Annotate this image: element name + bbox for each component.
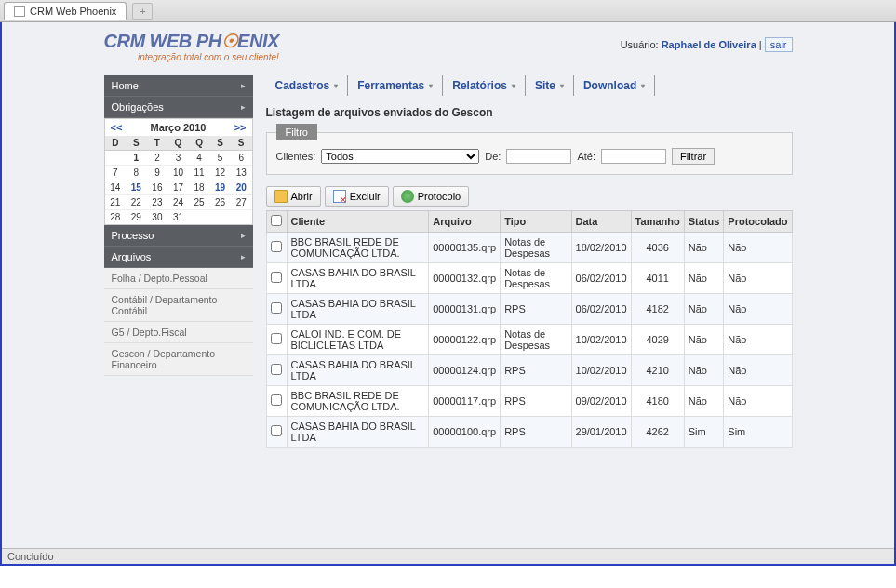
cal-day[interactable]: 16 <box>147 180 168 195</box>
cal-day[interactable]: 10 <box>167 166 189 180</box>
cal-day[interactable]: 19 <box>209 180 231 195</box>
cal-next[interactable]: >> <box>234 122 247 133</box>
cal-day[interactable]: 5 <box>209 151 231 166</box>
new-tab-button[interactable]: + <box>132 3 153 20</box>
ate-input[interactable] <box>601 149 666 164</box>
files-table: ClienteArquivoTipoDataTamanhoStatusProto… <box>266 210 793 448</box>
table-row[interactable]: CASAS BAHIA DO BRASIL LTDA00000132.qrpNo… <box>266 263 792 294</box>
table-row[interactable]: CASAS BAHIA DO BRASIL LTDA00000124.qrpRP… <box>266 355 792 386</box>
browser-tab[interactable]: CRM Web Phoenix <box>4 2 127 20</box>
de-input[interactable] <box>506 149 571 164</box>
cal-day[interactable]: 29 <box>126 210 147 225</box>
cal-day[interactable]: 1 <box>126 151 147 166</box>
status-bar: Concluído <box>2 548 894 564</box>
cal-title: Março 2010 <box>151 122 207 133</box>
cal-day[interactable]: 2 <box>147 151 168 166</box>
page-viewport: CRM WEB PH☉ENIX integração total com o s… <box>0 22 896 566</box>
user-area: Usuário: Raphael de Oliveira | sair <box>621 37 793 52</box>
delete-button[interactable]: Excluir <box>325 186 389 207</box>
clientes-select[interactable]: Todos <box>321 149 479 164</box>
cal-prev[interactable]: << <box>111 122 123 133</box>
row-checkbox[interactable] <box>271 425 282 436</box>
logout-button[interactable]: sair <box>765 37 793 52</box>
logo: CRM WEB PH☉ENIX integração total com o s… <box>104 30 279 62</box>
chevron-down-icon: ▾ <box>429 82 433 90</box>
clientes-label: Clientes: <box>276 151 316 162</box>
table-row[interactable]: CASAS BAHIA DO BRASIL LTDA00000100.qrpRP… <box>266 417 792 448</box>
sidebar: Home▸Obrigações▸ << Março 2010 >> DSTQQS… <box>104 75 253 448</box>
table-row[interactable]: BBC BRASIL REDE DE COMUNICAÇÃO LTDA.0000… <box>266 233 792 263</box>
col-header: Data <box>571 211 631 233</box>
sidebar-item-home[interactable]: Home▸ <box>104 75 253 97</box>
filter-panel: Filtro Clientes: Todos De: Até: Filtrar <box>266 132 793 175</box>
row-checkbox[interactable] <box>271 302 282 314</box>
cal-day[interactable]: 9 <box>147 166 168 180</box>
table-row[interactable]: CASAS BAHIA DO BRASIL LTDA00000131.qrpRP… <box>266 294 792 325</box>
table-row[interactable]: CALOI IND. E COM. DE BICLICLETAS LTDA000… <box>266 325 792 355</box>
table-row[interactable]: BBC BRASIL REDE DE COMUNICAÇÃO LTDA.0000… <box>266 386 792 417</box>
menu-ferramentas[interactable]: Ferramentas ▾ <box>348 75 443 96</box>
calendar: << Março 2010 >> DSTQQSS1234567891011121… <box>104 118 253 225</box>
action-bar: Abrir Excluir Protocolo <box>266 186 793 207</box>
cal-day[interactable]: 23 <box>147 195 168 210</box>
menu-download[interactable]: Download ▾ <box>574 75 655 96</box>
cal-day[interactable]: 24 <box>167 195 189 210</box>
sidebar-subitem[interactable]: Contábil / Departamento Contábil <box>104 289 253 322</box>
cal-day[interactable]: 4 <box>189 151 210 166</box>
sidebar-item-obrigações[interactable]: Obrigações▸ <box>104 97 253 118</box>
de-label: De: <box>485 151 501 162</box>
col-header: Tamanho <box>631 211 684 233</box>
cal-day <box>189 210 210 225</box>
row-checkbox[interactable] <box>271 272 282 283</box>
protocol-button[interactable]: Protocolo <box>393 186 469 207</box>
col-header: Protocolado <box>724 211 792 233</box>
cal-day[interactable]: 3 <box>167 151 189 166</box>
cal-day[interactable]: 30 <box>147 210 168 225</box>
col-header: Cliente <box>287 211 429 233</box>
open-button[interactable]: Abrir <box>266 186 321 207</box>
chevron-down-icon: ▾ <box>560 82 564 90</box>
cal-day[interactable]: 31 <box>167 210 189 225</box>
cal-day[interactable]: 12 <box>209 166 231 180</box>
sidebar-subitem[interactable]: Gescon / Departamento Financeiro <box>104 343 253 376</box>
col-header: Arquivo <box>429 211 501 233</box>
sidebar-item-arquivos[interactable]: Arquivos▸ <box>104 247 253 268</box>
cal-day[interactable]: 13 <box>231 166 252 180</box>
cal-day[interactable]: 20 <box>231 180 252 195</box>
col-header: Tipo <box>501 211 571 233</box>
filter-tab: Filtro <box>276 124 317 140</box>
cal-day[interactable]: 21 <box>105 195 127 210</box>
chevron-down-icon: ▾ <box>641 82 645 90</box>
cal-day[interactable]: 6 <box>231 151 252 166</box>
row-checkbox[interactable] <box>271 394 282 406</box>
cal-day <box>209 210 231 225</box>
row-checkbox[interactable] <box>271 333 282 344</box>
cal-day[interactable]: 18 <box>189 180 210 195</box>
cal-day[interactable]: 14 <box>105 180 127 195</box>
menu-relatórios[interactable]: Relatórios ▾ <box>443 75 526 96</box>
cal-day[interactable]: 11 <box>189 166 210 180</box>
sidebar-subitem[interactable]: G5 / Depto.Fiscal <box>104 322 253 343</box>
menu-site[interactable]: Site ▾ <box>526 75 574 96</box>
row-checkbox[interactable] <box>271 364 282 375</box>
cal-day[interactable]: 17 <box>167 180 189 195</box>
browser-tabs-bar: CRM Web Phoenix + <box>0 0 896 22</box>
menu-cadastros[interactable]: Cadastros ▾ <box>266 75 349 96</box>
cal-day[interactable]: 27 <box>231 195 252 210</box>
cal-day[interactable]: 8 <box>126 166 147 180</box>
cal-day[interactable]: 15 <box>126 180 147 195</box>
user-name: Raphael de Oliveira <box>662 39 756 50</box>
cal-day[interactable]: 25 <box>189 195 210 210</box>
cal-day[interactable]: 22 <box>126 195 147 210</box>
cal-day[interactable]: 26 <box>209 195 231 210</box>
cal-day[interactable]: 7 <box>105 166 127 180</box>
main-menu: Cadastros ▾Ferramentas ▾Relatórios ▾Site… <box>266 75 793 97</box>
delete-icon <box>333 190 346 203</box>
row-checkbox[interactable] <box>271 241 282 252</box>
sidebar-item-processo[interactable]: Processo▸ <box>104 225 253 247</box>
filter-button[interactable]: Filtrar <box>672 148 715 165</box>
chevron-down-icon: ▾ <box>512 82 515 90</box>
select-all-checkbox[interactable] <box>271 215 282 226</box>
sidebar-subitem[interactable]: Folha / Depto.Pessoal <box>104 268 253 289</box>
cal-day[interactable]: 28 <box>105 210 127 225</box>
